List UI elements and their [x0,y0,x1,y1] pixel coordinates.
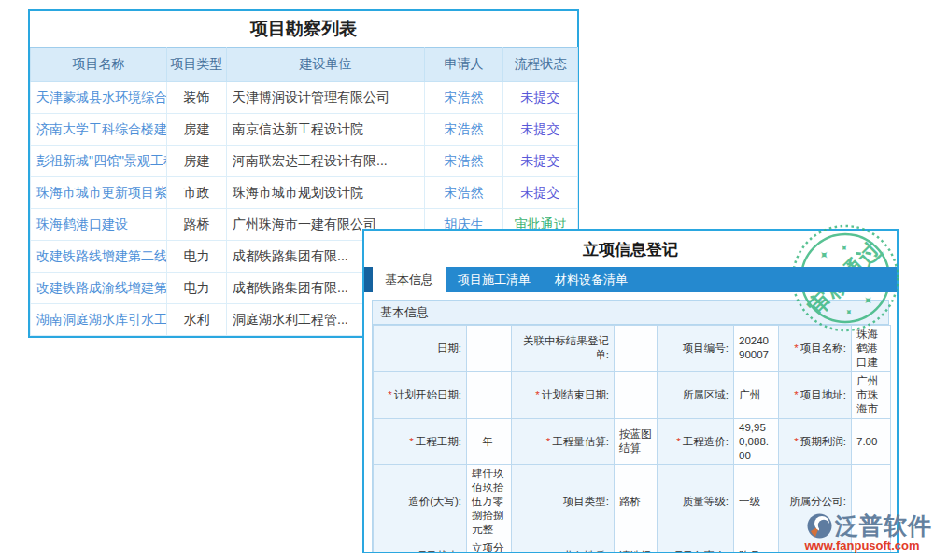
project-type-cell: 水利 [167,304,227,336]
brand-url: www.fanpusoft.com [792,539,932,553]
applicant-link[interactable]: 宋浩然 [425,82,503,114]
table-row: 彭祖新城"四馆"景观工程...房建河南联宏达工程设计有限...宋浩然未提交 [31,146,578,177]
field-label: *工程量估算: [512,418,615,465]
project-type-cell: 路桥 [167,209,227,241]
field-label: 日期: [374,326,467,372]
field-value[interactable]: 按蓝图结算 [615,418,658,465]
brand-logo-icon [807,513,832,539]
field-value[interactable]: 7.00 [852,418,891,465]
field-value[interactable]: 路桥 [615,465,658,539]
field-label: 项目状态: [374,539,467,553]
table-row: 济南大学工科综合楼建设...房建南京信达新工程设计院宋浩然未提交 [31,114,578,146]
applicant-link[interactable]: 宋浩然 [425,146,503,177]
column-header: 流程状态 [503,48,578,82]
required-star: * [794,343,798,354]
column-header: 建设单位 [227,48,425,82]
field-label: 质量等级: [658,465,734,539]
project-registration-dialog: 立项信息登记 基本信息项目施工清单材料设备清单 基本信息 日期:关联中标结果登记… [362,229,899,553]
field-value[interactable]: 立项分析 [467,539,512,553]
column-header: 项目类型 [167,48,227,82]
field-value[interactable] [467,326,512,372]
field-value[interactable]: 珠海鹤港口建 [852,326,891,372]
form-row: *计划开始日期:*计划结束日期:所属区域:广州*项目地址:广州市珠海市 [374,371,891,418]
survey-table-header-row: 项目名称项目类型建设单位申请人流程状态 [31,48,578,82]
required-star: * [794,389,798,400]
project-name-link[interactable]: 彭祖新城"四馆"景观工程... [31,146,167,177]
project-name-link[interactable]: 湖南洞庭湖水库引水工程... [31,304,167,336]
field-value[interactable]: 请选择 [615,539,658,553]
project-name-link[interactable]: 改建铁路线增建第二线直... [31,241,167,273]
required-star: * [409,436,413,447]
table-row: 珠海市城市更新项目紫桐...市政珠海市城市规划设计院宋浩然未提交 [31,177,578,209]
required-star: * [676,436,680,447]
dialog-tab-bar: 基本信息项目施工清单材料设备清单 [364,267,897,292]
dialog-tab-1[interactable]: 项目施工清单 [446,267,543,292]
required-star: * [388,389,391,400]
field-value[interactable] [615,371,658,418]
table-row: 天津蒙城县水环境综合治...装饰天津博润设计管理有限公司宋浩然未提交 [31,82,578,114]
project-type-cell: 房建 [167,114,227,146]
field-label: *计划结束日期: [512,371,615,418]
field-value[interactable]: 广州市珠海市 [852,371,891,418]
project-name-link[interactable]: 珠海市城市更新项目紫桐... [31,177,167,209]
project-name-link[interactable]: 济南大学工科综合楼建设... [31,114,167,146]
project-name-link[interactable]: 天津蒙城县水环境综合治... [31,82,167,114]
field-value[interactable]: 肆仟玖佰玖拾伍万零捌拾捌元整 [467,465,512,539]
project-type-cell: 电力 [167,241,227,273]
form-row: *工程工期:一年*工程量估算:按蓝图结算*工程造价:49,950,088.00*… [374,418,891,465]
status-badge: 未提交 [503,114,578,146]
field-value[interactable]: 一级 [734,465,779,539]
column-header: 申请人 [425,48,503,82]
field-label: *项目名称: [779,326,852,372]
field-value[interactable]: 2024090007 [734,326,779,372]
construction-unit-cell: 天津博润设计管理有限公司 [227,82,425,114]
required-star: * [546,436,550,447]
field-label: *工程造价: [658,418,734,465]
required-star: * [535,389,539,400]
construction-unit-cell: 河南联宏达工程设计有限... [227,146,425,177]
dialog-tab-0[interactable]: 基本信息 [373,267,446,292]
field-value[interactable]: 广州 [734,371,779,418]
required-star: * [794,436,798,447]
tab-bar-lead-strip [364,267,373,292]
field-label: 关联中标结果登记单: [512,326,615,372]
section-header: 基本信息 [373,301,888,325]
project-type-cell: 市政 [167,177,227,209]
column-header: 项目名称 [31,48,167,82]
dialog-title: 立项信息登记 [364,239,897,261]
brand-watermark: 泛普软件 www.fanpusoft.com [792,511,932,553]
form-row: 日期:关联中标结果登记单:项目编号:2024090007*项目名称:珠海鹤港口建 [374,326,891,372]
field-label: 所属区域: [658,371,734,418]
field-value[interactable] [467,371,512,418]
field-label: *工程工期: [374,418,467,465]
project-type-cell: 装饰 [167,82,227,114]
dialog-tab-2[interactable]: 材料设备清单 [543,267,640,292]
status-badge: 未提交 [503,82,578,114]
applicant-link[interactable]: 宋浩然 [425,177,503,209]
project-name-link[interactable]: 改建铁路成渝线增建第二... [31,273,167,304]
project-type-cell: 房建 [167,146,227,177]
field-value[interactable]: 一年 [467,418,512,465]
field-label: *计划开始日期: [374,371,467,418]
construction-unit-cell: 珠海市城市规划设计院 [227,177,425,209]
construction-unit-cell: 南京信达新工程设计院 [227,114,425,146]
survey-list-title: 项目勘察列表 [30,11,577,47]
project-name-link[interactable]: 珠海鹤港口建设 [31,209,167,241]
field-value[interactable]: 陈丹 [734,539,779,553]
applicant-link[interactable]: 宋浩然 [425,114,503,146]
field-value[interactable] [615,326,658,372]
field-label: *项目地址: [779,371,852,418]
project-type-cell: 电力 [167,273,227,304]
field-label: 项目负责人: [658,539,734,553]
field-label: 项目编号: [658,326,734,372]
status-badge: 未提交 [503,146,578,177]
field-value[interactable]: 49,950,088.00 [734,418,779,465]
status-badge: 未提交 [503,177,578,209]
field-label: *预期利润: [779,418,852,465]
field-label: 业务性质: [512,539,615,553]
field-label: 项目类型: [512,465,615,539]
brand-name: 泛普软件 [835,511,932,541]
field-label: 造价(大写): [374,465,467,539]
